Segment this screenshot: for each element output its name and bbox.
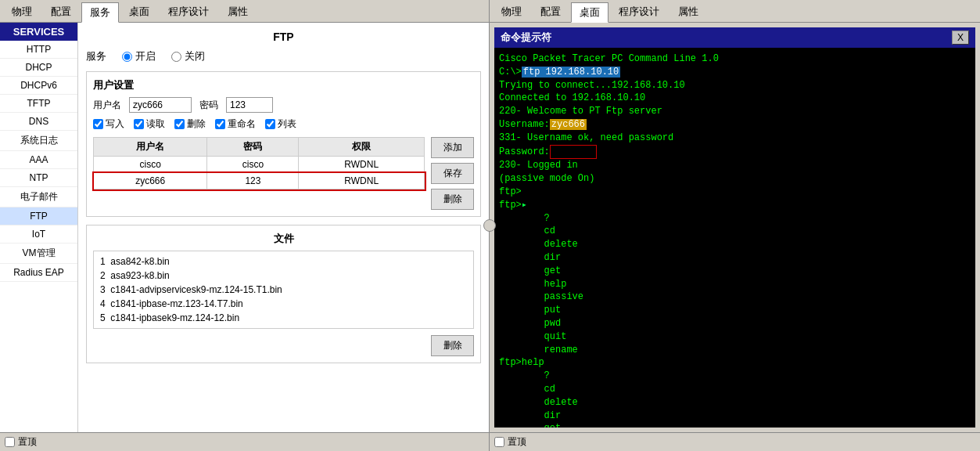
cmd-line-29: get bbox=[499, 423, 561, 428]
tab-程序设计-left[interactable]: 程序设计 bbox=[160, 2, 217, 22]
file-item-3[interactable]: 3 c1841-advipservicesk9-mz.124-15.T1.bin bbox=[97, 283, 470, 297]
checkbox-list-label[interactable]: 列表 bbox=[265, 117, 296, 131]
file-section: 文件 1 asa842-k8.bin 2 asa923-k8.bin 3 c18… bbox=[86, 225, 481, 363]
username-input[interactable] bbox=[129, 97, 192, 113]
ftp-panel: FTP 服务 开启 关闭 用户设置 bbox=[78, 23, 489, 432]
delete-file-button[interactable]: 删除 bbox=[431, 335, 474, 356]
password-input[interactable] bbox=[226, 97, 273, 113]
tab-物理-right[interactable]: 物理 bbox=[493, 2, 530, 22]
write-label: 写入 bbox=[106, 117, 124, 131]
cmd-line-22: quit bbox=[499, 331, 566, 342]
right-pin-checkbox[interactable] bbox=[494, 437, 504, 447]
sidebar-item-dhcpv6[interactable]: DHCPv6 bbox=[0, 77, 77, 95]
sidebar-item-aaa[interactable]: AAA bbox=[0, 151, 77, 169]
tab-配置-left[interactable]: 配置 bbox=[42, 2, 80, 22]
tab-属性-right[interactable]: 属性 bbox=[669, 2, 707, 22]
sidebar-item-tftp[interactable]: TFTP bbox=[0, 95, 77, 113]
cmd-line-24: ftp>help bbox=[499, 357, 544, 368]
tab-程序设计-right[interactable]: 程序设计 bbox=[610, 2, 668, 22]
right-panel: 物理 配置 桌面 程序设计 属性 命令提示符 X Cisco Packet Tr… bbox=[490, 0, 980, 451]
sidebar-item-ftp[interactable]: FTP bbox=[0, 207, 77, 226]
user-table-wrap: 用户名 密码 权限 cisco cisco RWDNL bbox=[93, 137, 425, 210]
tab-桌面-right[interactable]: 桌面 bbox=[571, 2, 608, 23]
service-label: 服务 bbox=[86, 49, 106, 63]
cmd-line-11: ftp> bbox=[499, 186, 522, 197]
checkbox-write-label[interactable]: 写入 bbox=[93, 117, 124, 131]
checkbox-delete-label[interactable]: 删除 bbox=[174, 117, 206, 131]
file-list: 1 asa842-k8.bin 2 asa923-k8.bin 3 c1841-… bbox=[93, 251, 474, 329]
cmd-line-18: help bbox=[499, 279, 566, 290]
sidebar-item-dhcp[interactable]: DHCP bbox=[0, 59, 77, 77]
off-label-text: 关闭 bbox=[185, 49, 205, 63]
cmd-line-13: ? bbox=[499, 213, 550, 224]
file-item-2[interactable]: 2 asa923-k8.bin bbox=[97, 269, 470, 283]
file-item-4[interactable]: 4 c1841-ipbase-mz.123-14.T7.bin bbox=[97, 297, 470, 311]
add-button[interactable]: 添加 bbox=[431, 137, 474, 158]
left-pin-checkbox[interactable] bbox=[5, 437, 15, 447]
cmd-line-7: 331- Username ok, need password bbox=[499, 132, 673, 143]
checkbox-delete[interactable] bbox=[174, 119, 185, 129]
permission-checkboxes: 写入 读取 删除 重命名 bbox=[93, 117, 474, 131]
cmd-line-1: Cisco Packet Tracer PC Command Line 1.0 bbox=[499, 53, 719, 64]
services-header: SERVICES bbox=[0, 23, 77, 41]
radio-on-label[interactable]: 开启 bbox=[122, 49, 156, 63]
row2-permissions: RWDNL bbox=[299, 173, 425, 189]
user-settings: 用户设置 用户名 密码 写入 读取 bbox=[86, 71, 481, 217]
password-label: 密码 bbox=[199, 99, 218, 112]
cmd-line-6: Username:zyc666 bbox=[499, 119, 587, 130]
checkbox-list[interactable] bbox=[265, 119, 275, 129]
cmd-line-15: delete bbox=[499, 239, 578, 250]
list-label: 列表 bbox=[278, 117, 296, 131]
cmd-line-23: rename bbox=[499, 345, 578, 355]
tab-服务-left[interactable]: 服务 bbox=[81, 2, 119, 23]
radio-on[interactable] bbox=[122, 52, 132, 62]
left-pin-label[interactable]: 置顶 bbox=[5, 435, 37, 449]
radio-off-label[interactable]: 关闭 bbox=[171, 49, 205, 63]
cmd-line-9: 230- Logged in bbox=[499, 160, 578, 171]
service-toggle: 服务 开启 关闭 bbox=[86, 49, 481, 63]
cmd-line-28: dir bbox=[499, 410, 561, 421]
checkbox-rename-label[interactable]: 重命名 bbox=[215, 117, 256, 131]
tab-配置-right[interactable]: 配置 bbox=[532, 2, 569, 22]
sidebar-item-ntp[interactable]: NTP bbox=[0, 169, 77, 187]
sidebar-item-radius[interactable]: Radius EAP bbox=[0, 264, 77, 282]
tab-物理-left[interactable]: 物理 bbox=[3, 2, 41, 22]
cmd-line-10: (passive mode On) bbox=[499, 173, 594, 184]
sidebar-item-vm[interactable]: VM管理 bbox=[0, 244, 77, 264]
cmd-line-14: cd bbox=[499, 226, 555, 236]
table-row-selected[interactable]: zyc666 123 RWDNL bbox=[94, 173, 425, 189]
tab-桌面-left[interactable]: 桌面 bbox=[120, 2, 158, 22]
cmd-line-19: passive bbox=[499, 291, 583, 302]
checkbox-write[interactable] bbox=[93, 119, 103, 129]
row2-password: 123 bbox=[207, 173, 299, 189]
delete-user-button[interactable]: 删除 bbox=[431, 189, 474, 210]
sidebar-item-syslog[interactable]: 系统日志 bbox=[0, 131, 77, 151]
sidebar-item-dns[interactable]: DNS bbox=[0, 113, 77, 131]
left-content: SERVICES HTTP DHCP DHCPv6 TFTP DNS 系统日志 … bbox=[0, 23, 489, 432]
right-pin-label[interactable]: 置顶 bbox=[494, 435, 526, 449]
cmd-line-8: Password: bbox=[499, 146, 597, 157]
cmd-body[interactable]: Cisco Packet Tracer PC Command Line 1.0 … bbox=[494, 48, 975, 428]
cmd-close-button[interactable]: X bbox=[952, 31, 969, 45]
table-row[interactable]: cisco cisco RWDNL bbox=[94, 157, 425, 173]
checkbox-read[interactable] bbox=[134, 119, 144, 129]
radio-off[interactable] bbox=[171, 52, 181, 62]
sidebar-item-http[interactable]: HTTP bbox=[0, 41, 77, 59]
cmd-line-26: cd bbox=[499, 384, 555, 395]
tab-属性-left[interactable]: 属性 bbox=[219, 2, 257, 22]
username-label: 用户名 bbox=[93, 99, 121, 112]
divider-circle bbox=[483, 219, 496, 232]
col-password: 密码 bbox=[207, 138, 299, 157]
services-sidebar: SERVICES HTTP DHCP DHCPv6 TFTP DNS 系统日志 … bbox=[0, 23, 78, 432]
user-table-area: 用户名 密码 权限 cisco cisco RWDNL bbox=[93, 137, 474, 210]
file-item-5[interactable]: 5 c1841-ipbasek9-mz.124-12.bin bbox=[97, 311, 470, 325]
file-item-1[interactable]: 1 asa842-k8.bin bbox=[97, 254, 470, 269]
sidebar-item-email[interactable]: 电子邮件 bbox=[0, 187, 77, 207]
checkbox-rename[interactable] bbox=[215, 119, 225, 129]
save-button[interactable]: 保存 bbox=[431, 163, 474, 184]
checkbox-read-label[interactable]: 读取 bbox=[134, 117, 165, 131]
left-bottom-bar: 置顶 bbox=[0, 432, 489, 451]
cmd-titlebar: 命令提示符 X bbox=[494, 27, 975, 48]
sidebar-item-iot[interactable]: IoT bbox=[0, 226, 77, 244]
file-delete-row: 删除 bbox=[93, 335, 474, 356]
